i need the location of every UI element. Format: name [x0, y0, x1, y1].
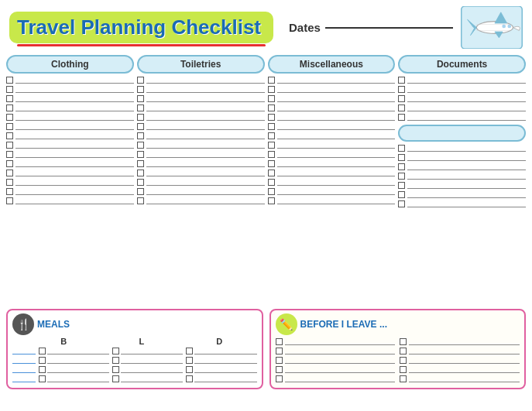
item-line — [407, 155, 526, 161]
checkbox[interactable] — [398, 154, 405, 161]
checkbox[interactable] — [6, 170, 13, 176]
checkbox[interactable] — [6, 114, 13, 121]
item-line — [146, 115, 265, 121]
checkbox[interactable] — [6, 151, 13, 158]
meal-cell-b — [39, 366, 109, 373]
checkbox[interactable] — [268, 86, 275, 93]
item-line — [285, 339, 396, 345]
checkbox[interactable] — [39, 357, 46, 364]
list-item — [6, 160, 134, 167]
checkbox[interactable] — [268, 142, 275, 149]
item-line — [15, 124, 134, 130]
checkbox[interactable] — [6, 142, 13, 149]
meal-cell-d — [186, 348, 256, 354]
checkbox[interactable] — [268, 160, 275, 167]
checkbox[interactable] — [276, 375, 283, 382]
checkbox[interactable] — [186, 357, 193, 364]
item-line — [407, 146, 526, 152]
checkbox[interactable] — [398, 77, 405, 84]
checkbox[interactable] — [268, 188, 275, 195]
item-line — [277, 115, 396, 121]
item-line — [277, 96, 396, 102]
checkbox[interactable] — [268, 114, 275, 121]
checkbox[interactable] — [398, 163, 405, 170]
checkbox[interactable] — [186, 348, 193, 354]
checkbox[interactable] — [6, 95, 13, 102]
checkbox[interactable] — [39, 366, 46, 373]
checkbox[interactable] — [398, 182, 405, 189]
checkbox[interactable] — [6, 123, 13, 130]
checkbox[interactable] — [268, 77, 275, 84]
checkbox[interactable] — [137, 160, 144, 167]
checkbox[interactable] — [6, 86, 13, 93]
checkbox[interactable] — [276, 348, 283, 354]
checkbox[interactable] — [400, 366, 407, 373]
list-item — [6, 142, 134, 149]
checkbox[interactable] — [6, 188, 13, 195]
checkbox[interactable] — [186, 366, 193, 373]
checkbox[interactable] — [400, 357, 407, 364]
checkbox[interactable] — [186, 375, 193, 382]
checkbox[interactable] — [137, 170, 144, 176]
checkbox[interactable] — [400, 348, 407, 354]
checkbox[interactable] — [6, 132, 13, 139]
checkbox[interactable] — [137, 95, 144, 102]
checkbox[interactable] — [398, 95, 405, 102]
checkbox[interactable] — [398, 145, 405, 152]
checkbox[interactable] — [6, 104, 13, 111]
checkbox[interactable] — [137, 132, 144, 139]
checkbox[interactable] — [112, 366, 119, 373]
checkbox[interactable] — [400, 338, 407, 345]
checkbox[interactable] — [6, 160, 13, 167]
checkbox[interactable] — [137, 104, 144, 111]
checkbox[interactable] — [137, 151, 144, 158]
checkbox[interactable] — [268, 179, 275, 186]
list-item — [268, 95, 396, 102]
checkbox[interactable] — [6, 179, 13, 186]
checkbox[interactable] — [137, 86, 144, 93]
checkbox[interactable] — [268, 123, 275, 130]
item-line — [285, 367, 396, 373]
checkbox[interactable] — [137, 123, 144, 130]
toiletries-column: Toiletries — [137, 55, 265, 304]
checkbox[interactable] — [137, 114, 144, 121]
checkbox[interactable] — [276, 357, 283, 364]
checkbox[interactable] — [112, 357, 119, 364]
item-line — [121, 348, 183, 354]
checkbox[interactable] — [398, 200, 405, 207]
item-line — [15, 142, 134, 149]
checkbox[interactable] — [112, 375, 119, 382]
checkbox[interactable] — [398, 104, 405, 111]
checkbox[interactable] — [398, 86, 405, 93]
checkbox[interactable] — [268, 132, 275, 139]
checkbox[interactable] — [6, 77, 13, 84]
checkbox[interactable] — [268, 197, 275, 204]
checkbox[interactable] — [137, 142, 144, 149]
checkbox[interactable] — [268, 170, 275, 176]
checkbox[interactable] — [276, 338, 283, 345]
checkbox[interactable] — [137, 188, 144, 195]
checkbox[interactable] — [39, 375, 46, 382]
checkbox[interactable] — [268, 95, 275, 102]
checkbox[interactable] — [268, 104, 275, 111]
list-item — [400, 366, 520, 373]
meal-cell-d — [186, 375, 256, 382]
checkbox[interactable] — [400, 375, 407, 382]
item-line — [409, 367, 520, 373]
checkbox[interactable] — [276, 366, 283, 373]
checkbox[interactable] — [268, 151, 275, 158]
item-line — [146, 152, 265, 158]
checkbox[interactable] — [39, 348, 46, 354]
checkbox[interactable] — [398, 173, 405, 180]
checkbox[interactable] — [112, 348, 119, 354]
checkbox[interactable] — [398, 114, 405, 121]
checkbox[interactable] — [137, 179, 144, 186]
item-line — [277, 180, 396, 186]
list-item — [268, 77, 396, 84]
checkbox[interactable] — [137, 77, 144, 84]
checkbox[interactable] — [398, 191, 405, 198]
meal-cell-b — [39, 375, 109, 382]
checkbox[interactable] — [137, 197, 144, 204]
checkbox[interactable] — [6, 197, 13, 204]
item-line — [146, 133, 265, 139]
